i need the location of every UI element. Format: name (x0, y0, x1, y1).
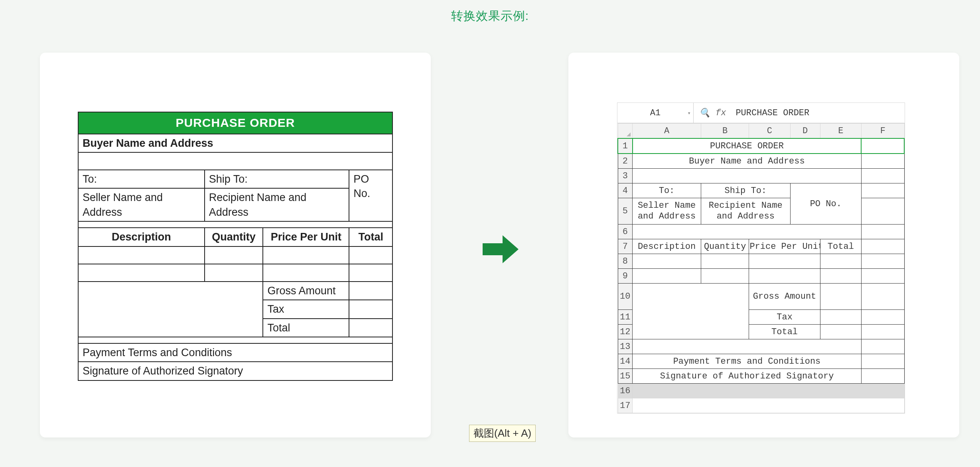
doc-to-label: To: (78, 170, 205, 188)
fx-icon[interactable]: fx (716, 108, 726, 118)
row-header[interactable]: 10 (618, 284, 633, 310)
row-header[interactable]: 1 (618, 138, 633, 154)
svg-marker-0 (483, 235, 519, 263)
cell-total[interactable]: Total (749, 325, 820, 339)
doc-payment: Payment Terms and Conditions (78, 343, 392, 362)
cell-qty-h[interactable]: Quantity (701, 239, 749, 254)
doc-recipient: Recipient Name and Address (205, 188, 349, 221)
col-header-C[interactable]: C (749, 124, 790, 139)
cell-total-h[interactable]: Total (820, 239, 861, 254)
row-header[interactable]: 11 (618, 310, 633, 325)
row-header[interactable]: 6 (618, 225, 633, 239)
formula-value[interactable]: PURCHASE ORDER (732, 108, 905, 118)
cell-pono[interactable]: PO No. (790, 183, 861, 225)
col-header-A[interactable]: A (633, 124, 701, 139)
cell-to[interactable]: To: (633, 183, 701, 198)
screenshot-tooltip: 截图(Alt + A) (469, 425, 536, 442)
cell-tax[interactable]: Tax (749, 310, 820, 325)
row-header[interactable]: 15 (618, 369, 633, 384)
row-header[interactable]: 8 (618, 254, 633, 269)
result-spreadsheet-card: A1 ▾ 🔍 fx PURCHASE ORDER A (568, 53, 959, 437)
cell-title[interactable]: PURCHASE ORDER (633, 138, 862, 154)
row-header[interactable]: 2 (618, 154, 633, 169)
arrow-icon (483, 235, 519, 263)
doc-shipto-label: Ship To: (205, 170, 349, 188)
cell-shipto[interactable]: Ship To: (701, 183, 791, 198)
cell-payment[interactable]: Payment Terms and Conditions (633, 354, 862, 369)
doc-blank-block (78, 282, 263, 337)
col-header-B[interactable]: B (701, 124, 749, 139)
name-box-dropdown-icon[interactable]: ▾ (688, 110, 691, 116)
doc-total: Total (263, 319, 349, 337)
row-header[interactable]: 16 (618, 384, 633, 398)
doc-col-description: Description (78, 228, 205, 246)
doc-header: PURCHASE ORDER (78, 112, 392, 134)
row-header[interactable]: 13 (618, 339, 633, 354)
name-box-value: A1 (650, 108, 661, 118)
col-header-E[interactable]: E (820, 124, 861, 139)
spreadsheet: A1 ▾ 🔍 fx PURCHASE ORDER A (617, 102, 905, 414)
zoom-icon[interactable]: 🔍 (699, 108, 710, 118)
cell-recipient[interactable]: Recipient Name and Address (701, 198, 791, 225)
row-header[interactable]: 5 (618, 198, 633, 225)
doc-empty-row (78, 152, 392, 170)
doc-signature: Signature of Authorized Signatory (78, 362, 392, 380)
select-all-corner[interactable] (618, 124, 633, 139)
row-header[interactable]: 12 (618, 325, 633, 339)
doc-seller: Seller Name and Address (78, 188, 205, 221)
grid[interactable]: A B C D E F 1 PURCHASE ORDER (617, 123, 905, 413)
example-title: 转换效果示例: (0, 8, 980, 24)
cell-seller[interactable]: Seller Name and Address (633, 198, 701, 225)
row-header[interactable]: 17 (618, 398, 633, 413)
doc-gross: Gross Amount (263, 282, 349, 300)
col-header-D[interactable]: D (790, 124, 820, 139)
doc-tax: Tax (263, 300, 349, 318)
cell-gross[interactable]: Gross Amount (749, 284, 820, 310)
cell-signature[interactable]: Signature of Authorized Signatory (633, 369, 862, 384)
cell-buyer[interactable]: Buyer Name and Address (633, 154, 862, 169)
doc-col-quantity: Quantity (205, 228, 263, 246)
doc-col-total: Total (349, 228, 392, 246)
doc-buyer: Buyer Name and Address (78, 134, 392, 152)
doc-pono: PO No. (349, 170, 392, 221)
row-header[interactable]: 9 (618, 269, 633, 284)
source-document-card: PURCHASE ORDER Buyer Name and Address To… (40, 53, 431, 437)
cell-ppu-h[interactable]: Price Per Unit (749, 239, 820, 254)
formula-bar: A1 ▾ 🔍 fx PURCHASE ORDER (617, 103, 905, 123)
purchase-order-document: PURCHASE ORDER Buyer Name and Address To… (78, 112, 393, 381)
cell-desc-h[interactable]: Description (633, 239, 701, 254)
doc-col-ppu: Price Per Unit (263, 228, 349, 246)
row-header[interactable]: 4 (618, 183, 633, 198)
row-header[interactable]: 7 (618, 239, 633, 254)
name-box[interactable]: A1 ▾ (617, 103, 694, 123)
row-header[interactable]: 14 (618, 354, 633, 369)
row-header[interactable]: 3 (618, 169, 633, 183)
col-header-F[interactable]: F (861, 124, 904, 139)
